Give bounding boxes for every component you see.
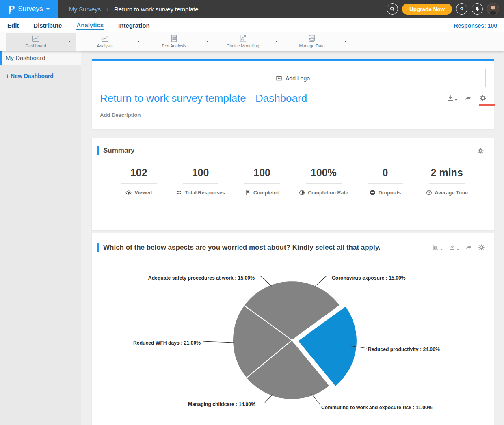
new-dashboard-button[interactable]: + New Dashboard: [6, 73, 81, 79]
pie-label-leader-line: [311, 394, 320, 405]
chevron-down-icon: [457, 249, 459, 250]
summary-stat-average-time: 2 minsAverage Time: [416, 164, 478, 196]
pie-slice-label: Coronavirus exposure : 15.00%: [332, 275, 406, 281]
help-button[interactable]: ?: [456, 3, 467, 15]
summary-stat-dropouts: 0Dropouts: [355, 164, 416, 196]
responses-count[interactable]: Responses: 100: [454, 18, 497, 33]
add-logo-button[interactable]: Add Logo: [100, 69, 486, 87]
divider: [183, 183, 218, 184]
nav-tab-edit[interactable]: Edit: [7, 22, 19, 29]
chevron-down-icon: [440, 249, 443, 250]
settings-gear-button[interactable]: [479, 95, 487, 102]
minus-circle-icon: [370, 190, 376, 196]
stat-value: 100%: [311, 164, 337, 179]
analytics-toolbar: DashboardAnalysisText AnalysisChoice Mod…: [0, 33, 504, 51]
summary-stat-completed: 100Completed: [231, 164, 293, 196]
dashboard-header-card: Add Logo Return to work survey template …: [92, 59, 494, 129]
top-header: P Surveys My Surveys › Return to work su…: [0, 0, 504, 18]
breadcrumb-current: Return to work survey template: [114, 6, 199, 13]
chevron-down-icon: [206, 41, 209, 42]
divider: [306, 183, 342, 184]
chevron-down-icon: [455, 99, 457, 101]
toolbar-item-text-analysis[interactable]: Text Analysis: [145, 33, 214, 51]
pie-slice-label: Reduced WFH days : 21.00%: [133, 340, 201, 346]
toolbar-item-analysis[interactable]: Analysis: [76, 33, 145, 51]
survey-nav: EditDistributeAnalyticsIntegration Respo…: [0, 18, 504, 33]
questionpro-logo-icon: P: [9, 4, 15, 13]
toolbar-item-manage-data[interactable]: Manage Data: [283, 33, 352, 51]
section-accent-bar: [97, 243, 99, 252]
upgrade-now-button[interactable]: Upgrade Now: [402, 4, 452, 15]
search-button[interactable]: [387, 3, 398, 15]
question-mark-icon: ?: [460, 6, 463, 13]
summary-settings-button[interactable]: [477, 147, 484, 154]
line-chart-icon: [31, 34, 40, 43]
avatar[interactable]: [487, 3, 499, 15]
download-button[interactable]: [447, 95, 454, 102]
eye-icon: [125, 190, 132, 196]
toolbar-item-label: Text Analysis: [162, 43, 186, 48]
pie-label-leader-line: [203, 341, 234, 343]
breadcrumb: My Surveys › Return to work survey templ…: [69, 0, 199, 18]
add-description[interactable]: Add Description: [100, 112, 141, 118]
settings-highlight-bar: [479, 104, 495, 106]
scatter-icon: [238, 34, 247, 43]
chevron-down-icon: [344, 41, 347, 42]
sidebar-item-label: My Dashboard: [6, 54, 45, 61]
image-icon: [276, 75, 282, 82]
question-card: Which of the below aspects are you worri…: [92, 233, 494, 425]
question-actions: [432, 244, 485, 251]
nav-tab-integration[interactable]: Integration: [118, 22, 150, 29]
database-icon: [307, 34, 316, 43]
stat-label: Total Responses: [185, 190, 225, 196]
stat-label: Viewed: [134, 190, 152, 196]
dashboard-sidebar: My Dashboard + New Dashboard: [0, 51, 81, 425]
header-actions: Upgrade Now ?: [387, 0, 499, 18]
toolbar-item-choice-modelling[interactable]: Choice Modelling: [214, 33, 283, 51]
nav-tab-distribute[interactable]: Distribute: [33, 22, 62, 29]
section-accent-bar: [97, 146, 99, 155]
share-button[interactable]: [465, 244, 472, 251]
dashboard-title[interactable]: Return to work survey template - Dashboa…: [100, 92, 307, 105]
toolbar-item-dashboard[interactable]: Dashboard: [6, 33, 76, 51]
download-button[interactable]: [449, 244, 456, 251]
flag-icon: [244, 190, 251, 196]
sidebar-item-my-dashboard[interactable]: My Dashboard: [0, 51, 81, 65]
breadcrumb-separator: ›: [106, 6, 108, 12]
question-heading: Which of the below aspects are you worri…: [103, 244, 381, 252]
app-root: P Surveys My Surveys › Return to work su…: [0, 0, 504, 425]
product-name: Surveys: [18, 5, 43, 13]
chevron-down-icon: [137, 41, 140, 42]
breadcrumb-my-surveys[interactable]: My Surveys: [69, 6, 101, 13]
bell-icon: [474, 6, 480, 12]
summary-stat-total-responses: 100Total Responses: [170, 164, 231, 196]
pie-label-leader-line: [260, 276, 272, 286]
settings-gear-button[interactable]: [478, 244, 485, 251]
toolbar-item-label: Choice Modelling: [227, 43, 260, 48]
chart-type-button[interactable]: [432, 244, 439, 251]
pie-label-leader-line: [315, 276, 327, 286]
stat-label: Dropouts: [379, 190, 401, 196]
divider: [429, 183, 465, 184]
pie-chart[interactable]: Coronavirus exposure : 15.00%Reduced pro…: [92, 265, 494, 424]
pie-slice-label: Managing childcare : 14.00%: [188, 401, 255, 407]
toolbar-item-label: Dashboard: [25, 43, 46, 48]
nav-tab-analytics[interactable]: Analytics: [76, 22, 104, 30]
chevron-down-icon: [275, 41, 278, 42]
share-button[interactable]: [465, 95, 472, 102]
stat-label: Completed: [253, 190, 280, 196]
add-logo-label: Add Logo: [286, 75, 310, 82]
pie-slice-label: Commuting to work and exposure risk : 11…: [321, 405, 433, 410]
pie-slice-label: Reduced productivity : 24.00%: [368, 347, 440, 352]
stat-value: 100: [192, 164, 209, 179]
product-menu[interactable]: P Surveys: [0, 0, 58, 18]
contrast-icon: [299, 190, 305, 196]
summary-stat-viewed: 102Viewed: [108, 164, 170, 196]
notifications-button[interactable]: [472, 3, 483, 15]
summary-card: Summary 102Viewed100Total Responses100Co…: [92, 138, 494, 230]
dashboard-actions: [447, 95, 487, 102]
toolbar-item-label: Manage Data: [299, 43, 324, 48]
divider: [368, 183, 403, 184]
divider: [121, 183, 157, 184]
search-icon: [389, 6, 395, 12]
